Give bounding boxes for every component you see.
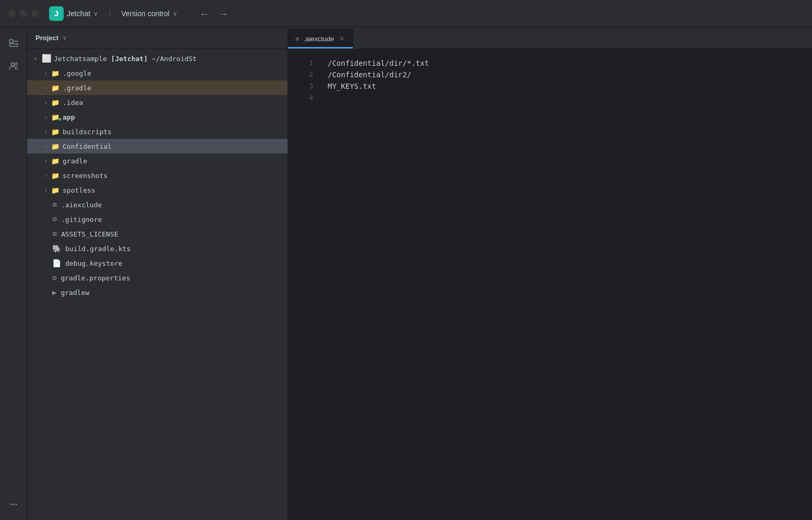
code-editor: 1 2 3 4 /Confidential/dir/*.txt /Confide…: [288, 49, 812, 520]
tree-item-gitignore[interactable]: › ⊘ .gitignore: [27, 212, 288, 227]
tab-bar: ≡ .aiexclude ✕: [288, 27, 812, 49]
root-folder-icon: ⬜: [42, 54, 52, 63]
app-folder-icon: 📁●: [51, 113, 59, 121]
gradlew-file-icon: ▶: [52, 288, 56, 297]
panel-title: Project: [35, 34, 58, 42]
debug-label: debug.keystore: [65, 259, 123, 267]
svg-point-5: [13, 504, 14, 505]
maximize-button[interactable]: [31, 10, 39, 17]
buildgradle-label: build.gradle.kts: [65, 245, 130, 253]
gradle-dot-folder-icon: 📁: [51, 84, 59, 92]
assets-label: ASSETS_LICENSE: [61, 230, 118, 238]
project-panel: Project ∨ ▾ ⬜ Jetchatsample [Jetchat] ~/…: [27, 27, 288, 520]
tree-item-idea[interactable]: › 📁 .idea: [27, 95, 288, 110]
tree-item-gradle[interactable]: › 📁 gradle: [27, 153, 288, 168]
svg-point-3: [15, 63, 17, 66]
titlebar: J Jetchat ∨ | Version control ∨ ← →: [0, 0, 812, 27]
root-chevron-icon: ▾: [31, 56, 40, 62]
spotless-label: spotless: [63, 186, 95, 194]
screenshots-chevron-icon: ›: [42, 173, 50, 179]
icon-rail: [0, 27, 27, 520]
app-name: Jetchat: [67, 9, 90, 18]
version-control-label: Version control: [121, 9, 170, 18]
tab-label: .aiexclude: [304, 35, 335, 43]
vc-chevron-icon: ∨: [173, 10, 177, 17]
svg-rect-1: [9, 44, 18, 46]
titlebar-divider: |: [109, 9, 111, 18]
buildscripts-folder-icon: 📁: [51, 128, 59, 136]
confidential-chevron-icon: ›: [42, 144, 50, 149]
tree-item-debug-keystore[interactable]: › 📄 debug.keystore: [27, 256, 288, 270]
app-selector[interactable]: J Jetchat ∨: [49, 6, 98, 21]
code-line-3: MY_KEYS.txt: [328, 80, 812, 92]
tree-root[interactable]: ▾ ⬜ Jetchatsample [Jetchat] ~/AndroidSt: [27, 51, 288, 66]
gradle-dot-chevron-icon: ›: [42, 85, 50, 91]
tree-item-app[interactable]: › 📁● app: [27, 110, 288, 124]
line-num-2: 2: [288, 69, 313, 80]
buildscripts-label: buildscripts: [63, 128, 112, 136]
tree-item-buildscripts[interactable]: › 📁 buildscripts: [27, 124, 288, 139]
spotless-folder-icon: 📁: [51, 186, 59, 194]
panel-header: Project ∨: [27, 27, 288, 49]
google-folder-icon: 📁: [51, 69, 59, 77]
panel-chevron-icon: ∨: [63, 34, 67, 41]
assets-file-icon: ≡: [52, 229, 57, 239]
more-icon[interactable]: [4, 495, 23, 514]
tree-item-spotless[interactable]: › 📁 spotless: [27, 183, 288, 197]
tree-item-confidential[interactable]: › 📁 Confidential: [27, 139, 288, 153]
gradleprop-label: gradle.properties: [61, 274, 130, 282]
version-control-selector[interactable]: Version control ∨: [121, 9, 177, 18]
tree-item-google[interactable]: › 📁 .google: [27, 66, 288, 80]
tree-item-gradlew[interactable]: › ▶ gradlew: [27, 285, 288, 300]
idea-chevron-icon: ›: [42, 100, 50, 105]
back-button[interactable]: ←: [196, 6, 213, 21]
spotless-chevron-icon: ›: [42, 187, 50, 193]
gradle-folder-icon: 📁: [51, 157, 59, 165]
screenshots-folder-icon: 📁: [51, 172, 59, 180]
app-chevron-icon: ∨: [93, 10, 98, 17]
svg-point-2: [11, 63, 14, 66]
buildscripts-chevron-icon: ›: [42, 129, 50, 135]
team-icon[interactable]: [4, 56, 23, 75]
tree-item-gradle-properties[interactable]: › ⚙ gradle.properties: [27, 270, 288, 285]
project-icon[interactable]: [4, 33, 23, 52]
idea-folder-icon: 📁: [51, 99, 59, 107]
svg-point-4: [10, 504, 11, 505]
code-content[interactable]: /Confidential/dir/*.txt /Confidential/di…: [319, 49, 812, 520]
line-num-1: 1: [288, 57, 313, 69]
app-icon: J: [49, 6, 64, 21]
tree-item-buildgradle[interactable]: › 🐘 build.gradle.kts: [27, 241, 288, 256]
tab-file-icon: ≡: [295, 35, 300, 43]
code-line-2: /Confidential/dir2/: [328, 69, 812, 80]
svg-rect-0: [9, 40, 13, 43]
gradle-chevron-icon: ›: [42, 158, 50, 164]
debug-file-icon: 📄: [52, 259, 61, 267]
traffic-lights: [8, 10, 39, 17]
gradle-dot-label: .gradle: [63, 84, 91, 92]
tab-close-button[interactable]: ✕: [338, 34, 345, 43]
confidential-label: Confidential: [63, 143, 112, 150]
tree-item-screenshots[interactable]: › 📁 screenshots: [27, 168, 288, 183]
root-label: Jetchatsample [Jetchat] ~/AndroidSt: [54, 55, 197, 63]
nav-buttons: ← →: [196, 6, 232, 21]
buildgradle-file-icon: 🐘: [52, 244, 61, 253]
editor-area: ≡ .aiexclude ✕ 1 2 3 4 /Confidential/dir…: [288, 27, 812, 520]
aiexclude-label: .aiexclude: [61, 201, 102, 209]
minimize-button[interactable]: [20, 10, 27, 17]
tab-aiexclude[interactable]: ≡ .aiexclude ✕: [288, 29, 353, 49]
code-line-4: [328, 92, 812, 103]
forward-button[interactable]: →: [215, 6, 232, 21]
close-button[interactable]: [8, 10, 16, 17]
gradle-label: gradle: [63, 157, 87, 165]
gradleprop-file-icon: ⚙: [52, 274, 56, 282]
gitignore-label: .gitignore: [61, 216, 102, 223]
svg-point-6: [15, 504, 17, 505]
tree-item-aiexclude[interactable]: › ≡ .aiexclude: [27, 197, 288, 212]
line-numbers: 1 2 3 4: [288, 49, 319, 520]
confidential-folder-icon: 📁: [51, 143, 59, 150]
tree-item-gradle-dot[interactable]: › 📁 .gradle: [27, 80, 288, 95]
line-num-3: 3: [288, 80, 313, 92]
file-tree: ▾ ⬜ Jetchatsample [Jetchat] ~/AndroidSt …: [27, 49, 288, 520]
google-label: .google: [63, 69, 91, 77]
tree-item-assets-license[interactable]: › ≡ ASSETS_LICENSE: [27, 227, 288, 241]
